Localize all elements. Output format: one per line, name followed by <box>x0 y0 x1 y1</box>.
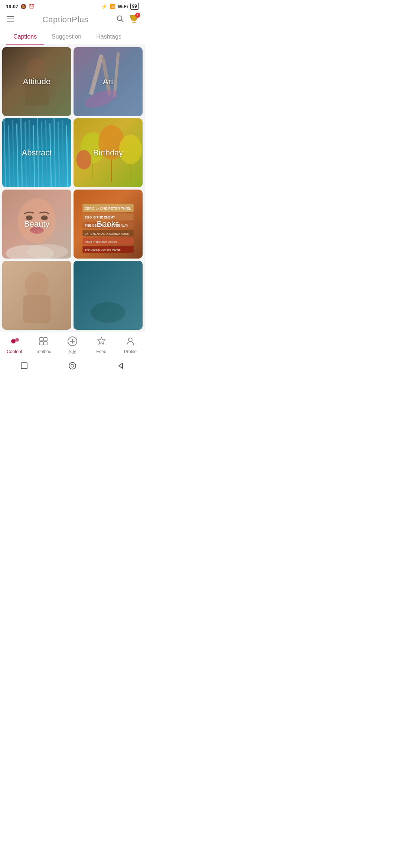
grid-item-beauty[interactable]: Beauty <box>2 190 71 259</box>
nav-item-content[interactable]: Content <box>0 336 29 354</box>
svg-point-77 <box>128 338 132 342</box>
trophy-badge: 1 <box>135 13 140 18</box>
bottom-right-label <box>74 261 143 330</box>
abstract-label: Abstract <box>2 118 71 187</box>
content-nav-label: Content <box>7 349 22 354</box>
status-right: ⚡ 📶 WiFi 99 <box>101 3 139 10</box>
bottom-nav: Content Toolbox Add <box>0 332 145 357</box>
status-bar: 19:07 🔕 ⏰ ⚡ 📶 WiFi 99 <box>0 0 145 11</box>
grid-item-attitude[interactable]: Attitude <box>2 47 71 116</box>
feed-nav-label: Feed <box>96 349 106 354</box>
svg-point-80 <box>71 364 74 367</box>
svg-point-68 <box>15 338 19 342</box>
bottom-left-label <box>2 261 71 330</box>
bluetooth-icon: ⚡ <box>101 4 107 9</box>
feed-icon <box>97 336 106 348</box>
signal-icon: 📶 <box>110 4 115 9</box>
svg-rect-69 <box>40 338 43 341</box>
status-left: 19:07 🔕 ⏰ <box>6 4 35 9</box>
add-nav-label: Add <box>68 349 76 355</box>
grid-item-books[interactable]: ZERO to ONE PETER THIEL EGO IS THE ENEMY… <box>74 190 143 259</box>
grid-item-abstract[interactable]: Abstract <box>2 118 71 187</box>
grid-item-bottom-right[interactable] <box>74 261 143 330</box>
svg-point-67 <box>11 339 16 343</box>
nav-item-add[interactable]: Add <box>58 336 87 355</box>
status-time: 19:07 <box>6 4 18 9</box>
nav-item-toolbox[interactable]: Toolbox <box>29 336 58 354</box>
art-label: Art <box>74 47 143 116</box>
wifi-icon: WiFi <box>118 4 128 9</box>
birthday-label: Birthday <box>74 118 143 187</box>
system-nav <box>0 357 145 377</box>
nav-item-profile[interactable]: Profile <box>116 336 145 354</box>
nav-item-feed[interactable]: Feed <box>87 336 116 354</box>
beauty-label: Beauty <box>2 190 71 259</box>
add-icon <box>67 336 78 348</box>
mute-icon: 🔕 <box>20 4 26 9</box>
sys-back-button[interactable] <box>115 361 126 371</box>
grid-item-art[interactable]: Art <box>74 47 143 116</box>
toolbox-icon <box>39 336 48 348</box>
profile-icon <box>125 336 135 348</box>
attitude-label: Attitude <box>2 47 71 116</box>
alarm-icon: ⏰ <box>29 4 35 9</box>
search-button[interactable] <box>116 14 124 25</box>
svg-rect-71 <box>40 342 43 345</box>
svg-rect-70 <box>44 338 47 341</box>
trophy-button[interactable]: 1 <box>129 14 139 25</box>
content-grid: Attitude Art <box>0 45 145 332</box>
profile-nav-label: Profile <box>124 349 137 354</box>
app-title: CaptionPlus <box>42 15 88 24</box>
top-bar: CaptionPlus 1 <box>0 11 145 30</box>
sys-square-button[interactable] <box>19 361 29 371</box>
svg-marker-76 <box>98 337 105 344</box>
svg-rect-78 <box>21 363 27 369</box>
tab-captions[interactable]: Captions <box>6 30 44 45</box>
sys-home-button[interactable] <box>67 361 78 371</box>
tab-hashtags[interactable]: Hashtags <box>89 30 129 45</box>
top-right-icons: 1 <box>116 14 139 25</box>
svg-marker-81 <box>119 363 123 368</box>
books-label: Books <box>74 190 143 259</box>
tabs-bar: Captions Suggestion Hashtags <box>0 30 145 45</box>
grid-item-birthday[interactable]: Birthday <box>74 118 143 187</box>
svg-line-4 <box>121 20 123 22</box>
battery-icon: 99 <box>130 3 139 10</box>
toolbox-nav-label: Toolbox <box>36 349 51 354</box>
content-icon <box>10 336 19 348</box>
menu-icon[interactable] <box>6 14 15 25</box>
grid-item-bottom-left[interactable] <box>2 261 71 330</box>
tab-suggestion[interactable]: Suggestion <box>44 30 89 45</box>
svg-rect-72 <box>44 342 47 345</box>
svg-point-79 <box>69 362 76 369</box>
